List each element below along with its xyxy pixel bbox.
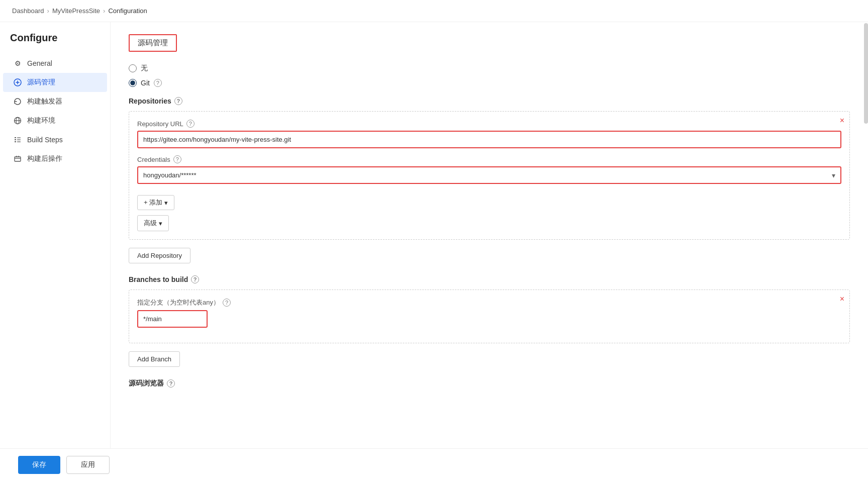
sidebar: Configure ⚙ General 源码管理 构建触发器	[0, 22, 111, 480]
git-help-icon[interactable]: ?	[154, 79, 162, 87]
globe-icon	[13, 116, 22, 125]
breadcrumb: Dashboard › MyVitePressSite › Configurat…	[0, 0, 868, 22]
add-chevron-icon: ▾	[164, 199, 168, 207]
sidebar-title: Configure	[0, 32, 110, 54]
branch-field-label: 指定分支（为空时代表any） ?	[137, 298, 841, 307]
radio-none-label: 无	[141, 64, 148, 73]
save-button[interactable]: 保存	[18, 456, 60, 474]
scrollbar[interactable]	[864, 23, 868, 124]
section-tab: 源码管理	[129, 34, 177, 52]
advanced-label: 高级	[144, 219, 157, 228]
box-icon	[13, 154, 22, 163]
repo-url-help-icon[interactable]: ?	[186, 120, 195, 128]
branch-field: 指定分支（为空时代表any） ?	[137, 298, 841, 328]
breadcrumb-dashboard[interactable]: Dashboard	[12, 7, 44, 15]
footer-bar: 保存 应用	[0, 448, 868, 480]
repositories-help-icon[interactable]: ?	[174, 97, 182, 105]
radio-none[interactable]	[129, 64, 137, 72]
repo-url-label: Repository URL ?	[137, 120, 841, 128]
svg-rect-7	[17, 140, 21, 140]
sidebar-label-build-steps: Build Steps	[27, 136, 63, 144]
credentials-help-icon[interactable]: ?	[173, 155, 181, 163]
svg-rect-9	[15, 157, 21, 161]
code-icon	[13, 78, 22, 87]
sidebar-item-build-steps[interactable]: Build Steps	[3, 130, 107, 149]
repositories-label: Repositories ?	[129, 97, 850, 105]
source-browser-help-icon[interactable]: ?	[167, 379, 175, 388]
sidebar-item-build-env[interactable]: 构建环境	[3, 111, 107, 130]
credentials-field: Credentials ? hongyoudan/******	[137, 155, 841, 184]
repository-card: × Repository URL ? Credentials ? hongyou…	[129, 111, 850, 240]
sidebar-label-general: General	[27, 59, 52, 67]
radio-none-row: 无	[129, 64, 850, 73]
radio-git[interactable]	[129, 79, 137, 87]
repo-url-field: Repository URL ?	[137, 120, 841, 148]
credentials-select[interactable]: hongyoudan/******	[137, 166, 841, 184]
add-credentials-button[interactable]: + 添加 ▾	[137, 195, 174, 210]
add-credentials-label: + 添加	[144, 198, 162, 207]
sidebar-item-source-management[interactable]: 源码管理	[3, 73, 107, 92]
branch-input[interactable]	[137, 310, 208, 328]
sidebar-item-post-build[interactable]: 构建后操作	[3, 149, 107, 168]
branches-label: Branches to build ?	[129, 275, 850, 283]
branch-field-help-icon[interactable]: ?	[223, 299, 231, 307]
sidebar-label-post-build: 构建后操作	[27, 154, 62, 163]
refresh-icon	[13, 97, 22, 106]
breadcrumb-sep-2: ›	[103, 7, 105, 15]
sidebar-item-general[interactable]: ⚙ General	[3, 54, 107, 73]
apply-button[interactable]: 应用	[66, 456, 110, 474]
breadcrumb-current: Configuration	[108, 7, 147, 15]
radio-git-row: Git ?	[129, 79, 850, 87]
sidebar-label-triggers: 构建触发器	[27, 97, 62, 106]
add-repository-button[interactable]: Add Repository	[129, 248, 190, 263]
branches-help-icon[interactable]: ?	[191, 275, 199, 283]
credentials-label: Credentials ?	[137, 155, 841, 163]
branch-card: × 指定分支（为空时代表any） ?	[129, 290, 850, 343]
add-branch-button[interactable]: Add Branch	[129, 351, 180, 367]
main-content: 源码管理 无 Git ? Repositories ? × Repos	[111, 22, 868, 480]
source-browser-label: 源码浏览器 ?	[129, 379, 850, 388]
sidebar-label-source: 源码管理	[27, 78, 55, 87]
advanced-button[interactable]: 高级 ▾	[137, 215, 169, 231]
advanced-chevron-icon: ▾	[159, 220, 162, 227]
add-branch-label: Add Branch	[137, 355, 171, 363]
gear-icon: ⚙	[13, 59, 22, 68]
repo-url-input[interactable]	[137, 131, 841, 148]
close-repo-button[interactable]: ×	[840, 117, 844, 125]
svg-rect-6	[17, 138, 21, 138]
sidebar-label-build-env: 构建环境	[27, 116, 55, 125]
svg-rect-4	[15, 139, 16, 140]
svg-rect-5	[15, 141, 16, 142]
radio-git-label: Git	[141, 79, 150, 87]
close-branch-button[interactable]: ×	[840, 295, 844, 303]
sidebar-item-build-triggers[interactable]: 构建触发器	[3, 92, 107, 111]
list-icon	[13, 135, 22, 144]
breadcrumb-sep-1: ›	[47, 7, 49, 15]
source-type-radio-group: 无 Git ?	[129, 64, 850, 87]
add-repo-label: Add Repository	[137, 252, 182, 259]
svg-rect-3	[15, 137, 16, 138]
svg-rect-8	[17, 142, 21, 142]
breadcrumb-site[interactable]: MyVitePressSite	[52, 7, 100, 15]
credentials-select-wrapper: hongyoudan/******	[137, 166, 841, 184]
